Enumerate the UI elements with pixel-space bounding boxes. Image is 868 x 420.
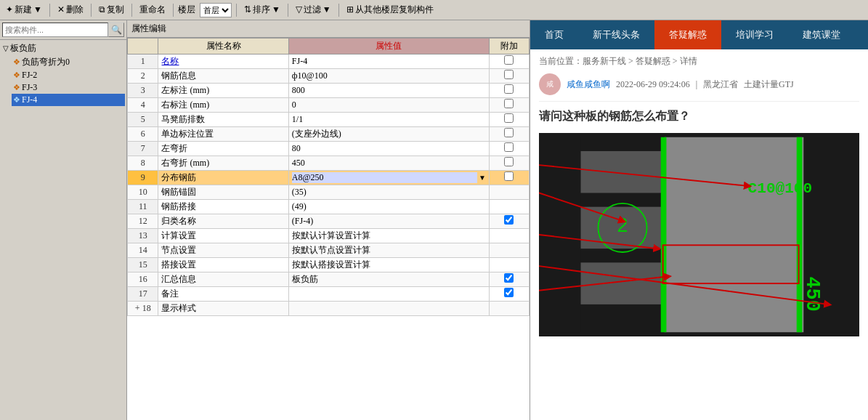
tree-root-label: 板负筋: [10, 42, 36, 54]
new-button[interactable]: ✦ 新建 ▼: [3, 3, 45, 17]
tree-item-fj4[interactable]: ❖ FJ-4: [12, 94, 125, 106]
prop-value-cell[interactable]: 按默认搭接设置计算: [288, 258, 489, 272]
post-product: 土建计量GTJ: [744, 78, 794, 91]
prop-name-cell[interactable]: 名称: [158, 54, 288, 69]
prop-value-cell[interactable]: 0: [288, 98, 489, 113]
prop-checkbox[interactable]: [504, 99, 514, 108]
prop-check-cell: [489, 302, 529, 316]
prop-value-cell[interactable]: 按默认计算设置计算: [288, 229, 489, 243]
prop-value-cell[interactable]: 800: [288, 84, 489, 98]
prop-value-cell[interactable]: 板负筋: [288, 272, 489, 287]
prop-check-cell: [489, 156, 529, 171]
prop-row-num: 14: [128, 243, 158, 258]
prop-row-num: 16: [128, 272, 158, 287]
sep6: [288, 4, 288, 17]
prop-value-cell[interactable]: 450: [288, 156, 489, 171]
tree-item-fj3[interactable]: ❖ FJ-3: [12, 81, 125, 94]
prop-value-cell[interactable]: (35): [288, 185, 489, 200]
middle-panel: 属性编辑 属性名称 属性值 附加 1名称FJ-42钢筋信息ф10@1003左标注…: [127, 20, 530, 420]
prop-checkbox[interactable]: [504, 113, 514, 123]
nav-training[interactable]: 培训学习: [721, 20, 788, 49]
prop-value-cell[interactable]: 80: [288, 142, 489, 156]
author[interactable]: 咸鱼咸鱼啊: [567, 78, 610, 91]
prop-value-cell[interactable]: (FJ-4): [288, 214, 489, 229]
prop-value-cell[interactable]: 1/1: [288, 113, 489, 127]
sep7: [338, 4, 339, 17]
copy-other-button[interactable]: ⊞ 从其他楼层复制构件: [344, 3, 437, 17]
main-content: 🔍 ▽ 板负筋 ❖ 负筋弯折为0 ❖ FJ-2 ❖ FJ-3: [0, 20, 868, 420]
prop-name-cell: 汇总信息: [158, 272, 288, 287]
tree-item-fj2[interactable]: ❖ FJ-2: [12, 69, 125, 81]
post-region: 黑龙江省: [703, 78, 738, 91]
floor-select[interactable]: 首层: [200, 3, 232, 17]
prop-check-cell: [489, 287, 529, 302]
prop-row-num: 13: [128, 229, 158, 243]
filter-button[interactable]: ▽ 过滤 ▼: [293, 3, 334, 17]
question-title: 请问这种板的钢筋怎么布置？: [539, 109, 859, 124]
prop-checkbox[interactable]: [504, 70, 514, 79]
sep2: [91, 4, 92, 17]
nav-course[interactable]: 建筑课堂: [788, 20, 855, 49]
sep5: [236, 4, 237, 17]
svg-rect-3: [581, 262, 665, 304]
rename-button[interactable]: 重命名: [137, 3, 169, 17]
prop-check-cell: [489, 258, 529, 272]
tree-item-icon: ❖: [13, 83, 20, 92]
prop-value-cell[interactable]: [288, 287, 489, 302]
prop-name-cell: 显示样式: [158, 302, 288, 316]
sep4: [173, 4, 174, 17]
prop-value-cell[interactable]: ф10@100: [288, 69, 489, 84]
prop-check-cell: [489, 171, 529, 185]
search-input[interactable]: [2, 23, 108, 37]
dropdown-arrow-icon[interactable]: ▼: [479, 174, 486, 182]
prop-checkbox[interactable]: [504, 171, 514, 181]
tree-expand-icon[interactable]: ▽: [3, 44, 9, 52]
prop-name-cell: 马凳筋排数: [158, 113, 288, 127]
cad-svg: 2 C10@100 450: [539, 133, 859, 336]
nav-newline[interactable]: 新干线头条: [578, 20, 654, 49]
prop-value-cell[interactable]: ▼: [288, 171, 489, 185]
prop-check-cell: [489, 69, 529, 84]
svg-rect-5: [665, 137, 804, 332]
prop-value-cell[interactable]: (支座外边线): [288, 127, 489, 142]
tree-root[interactable]: ▽ 板负筋: [1, 41, 125, 55]
svg-text:C10@100: C10@100: [748, 179, 813, 197]
search-button[interactable]: 🔍: [108, 23, 124, 37]
prop-editor-header: 属性编辑: [127, 20, 530, 38]
left-panel: 🔍 ▽ 板负筋 ❖ 负筋弯折为0 ❖ FJ-2 ❖ FJ-3: [0, 20, 127, 420]
prop-value-cell[interactable]: FJ-4: [288, 54, 489, 69]
prop-name-cell: 单边标注位置: [158, 127, 288, 142]
plus-icon[interactable]: +: [135, 303, 140, 313]
prop-checkbox[interactable]: [504, 142, 514, 152]
delete-button[interactable]: ✕ 删除: [54, 3, 86, 17]
prop-row-num: 2: [128, 69, 158, 84]
tree-item-icon: ❖: [13, 95, 20, 105]
prop-name-cell: 备注: [158, 287, 288, 302]
prop-checkbox[interactable]: [504, 288, 514, 297]
svg-text:2: 2: [617, 214, 628, 236]
tree-item-bend0[interactable]: ❖ 负筋弯折为0: [12, 55, 125, 69]
prop-checkbox[interactable]: [504, 157, 514, 166]
prop-name-link[interactable]: 名称: [161, 56, 179, 66]
nav-home[interactable]: 首页: [530, 20, 578, 49]
prop-value-cell[interactable]: 按默认节点设置计算: [288, 243, 489, 258]
prop-checkbox[interactable]: [504, 215, 514, 225]
prop-name-cell: 左弯折: [158, 142, 288, 156]
prop-checkbox[interactable]: [504, 273, 514, 283]
new-dropdown-icon[interactable]: ▼: [33, 4, 42, 15]
prop-row-num: 9: [128, 171, 158, 185]
prop-value-input[interactable]: [292, 172, 477, 183]
prop-checkbox[interactable]: [504, 84, 514, 94]
prop-checkbox[interactable]: [504, 55, 514, 65]
nav-qa[interactable]: 答疑解惑: [654, 20, 721, 49]
new-icon: ✦: [6, 4, 13, 15]
copy-button[interactable]: ⧉ 复制: [96, 3, 127, 17]
prop-value-cell[interactable]: (49): [288, 200, 489, 214]
sort-dropdown-icon[interactable]: ▼: [272, 4, 280, 15]
prop-checkbox[interactable]: [504, 128, 514, 137]
sort-button[interactable]: ⇅ 排序 ▼: [241, 3, 283, 17]
filter-dropdown-icon[interactable]: ▼: [323, 4, 331, 15]
prop-value-cell[interactable]: [288, 302, 489, 316]
tree-item-label: FJ-3: [22, 82, 37, 93]
prop-name-cell: 计算设置: [158, 229, 288, 243]
